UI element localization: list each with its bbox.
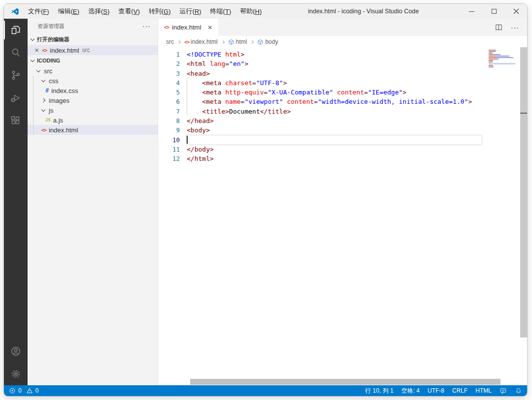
code-text: </body>: [187, 145, 482, 154]
code-token: html: [225, 51, 240, 58]
open-editor-filename: index.html: [50, 47, 79, 54]
code-line[interactable]: 2 <html lang="en">: [158, 59, 527, 68]
language-mode[interactable]: HTML: [475, 387, 492, 394]
notifications-bell-icon[interactable]: [515, 387, 522, 395]
code-line[interactable]: 5 <meta http-equiv="X-UA-Compatible" con…: [158, 88, 527, 97]
split-editor-icon[interactable]: [495, 23, 503, 31]
menu-item-file[interactable]: 文件(F): [24, 4, 54, 19]
code-editor[interactable]: 1 <!DOCTYPE html> 2 <html lang="en"> 3 <…: [158, 48, 527, 385]
vertical-scrollbar[interactable]: [520, 47, 527, 338]
tree-item-js[interactable]: js: [28, 105, 158, 115]
feedback-icon[interactable]: [499, 387, 507, 395]
sidebar-title: 资源管理器: [37, 23, 65, 30]
open-editors-section-header[interactable]: 打开的编辑器: [28, 33, 158, 45]
minimap[interactable]: [489, 50, 515, 68]
cursor-position[interactable]: 行 10, 列 1: [365, 387, 393, 395]
menu-item-edit[interactable]: 编辑(E): [54, 4, 84, 19]
run-and-debug-icon[interactable]: [4, 87, 28, 109]
explorer-icon[interactable]: [4, 19, 28, 41]
tab-close-icon[interactable]: ✕: [207, 24, 212, 31]
sidebar-more-actions-button[interactable]: ···: [142, 22, 151, 30]
code-token: =: [314, 98, 318, 105]
tree-item-index-html[interactable]: <> index.html: [28, 125, 158, 135]
chevron-right-icon: [221, 40, 225, 43]
code-token: <title>: [202, 108, 229, 115]
source-control-icon[interactable]: [4, 64, 28, 87]
file-label: a.js: [53, 117, 63, 124]
tree-item-images[interactable]: images: [28, 95, 158, 105]
menu-item-selection[interactable]: 选择(S): [84, 4, 114, 19]
extensions-icon[interactable]: [4, 109, 28, 132]
close-button[interactable]: [505, 4, 527, 19]
code-token: =: [364, 89, 368, 96]
breadcrumb-item-html[interactable]: html: [228, 38, 247, 45]
menu-item-view[interactable]: 查看(V): [114, 4, 144, 19]
status-bar-right: 行 10, 列 1 空格: 4 UTF-8 CRLF HTML: [365, 387, 522, 395]
code-token: "IE=edge": [368, 89, 402, 96]
tab-index-html[interactable]: <> index.html ✕: [158, 19, 218, 36]
settings-gear-icon[interactable]: [4, 363, 28, 385]
chevron-down-icon: [41, 78, 45, 82]
problems-status[interactable]: 0 0: [9, 387, 38, 394]
breadcrumb-item-src[interactable]: src: [166, 38, 174, 45]
code-token: [187, 89, 202, 96]
more-actions-button[interactable]: ···: [511, 24, 519, 31]
code-line[interactable]: 12 </html>: [158, 154, 527, 163]
code-line[interactable]: 8 </head>: [158, 116, 527, 125]
code-line[interactable]: 9 <body>: [158, 125, 527, 135]
horizontal-scrollbar[interactable]: [190, 379, 500, 385]
code-line[interactable]: 4 <meta charset="UTF-8">: [158, 78, 527, 88]
minimap-line: [489, 60, 493, 61]
breadcrumb-item-index-html[interactable]: <> index.html: [184, 38, 218, 45]
root-folder-label: ICODING: [37, 58, 60, 63]
folder-label: images: [49, 97, 69, 104]
menu-item-terminal[interactable]: 终端(T): [206, 4, 236, 19]
encoding[interactable]: UTF-8: [428, 387, 444, 394]
code-text: <!DOCTYPE html>: [187, 50, 482, 59]
search-icon[interactable]: [4, 41, 28, 64]
breadcrumb-item-body[interactable]: body: [257, 38, 278, 45]
chevron-right-icon: [250, 40, 254, 43]
code-line-current[interactable]: 10: [158, 135, 527, 145]
tree-item-index-css[interactable]: # index.css: [28, 86, 158, 95]
code-line[interactable]: 3 <head>: [158, 69, 527, 78]
menu-item-go[interactable]: 转到(G): [144, 4, 175, 19]
code-line[interactable]: 6 <meta name="viewport" content="width=d…: [158, 97, 527, 106]
code-line[interactable]: 1 <!DOCTYPE html>: [158, 50, 527, 59]
chevron-right-icon: [41, 98, 45, 102]
tree-item-css[interactable]: css: [28, 76, 158, 86]
minimize-button[interactable]: [461, 4, 483, 19]
warning-count: 0: [35, 387, 39, 394]
code-token: >: [283, 79, 287, 87]
line-number: 4: [158, 78, 180, 88]
code-text: <meta http-equiv="X-UA-Compatible" conte…: [187, 88, 482, 97]
code-token: >: [244, 60, 248, 67]
code-text: </head>: [187, 116, 482, 125]
code-token: </head>: [187, 117, 214, 124]
file-label: index.css: [51, 87, 78, 94]
menu-item-help[interactable]: 帮助(H): [235, 4, 266, 19]
indentation[interactable]: 空格: 4: [401, 387, 420, 395]
account-icon[interactable]: [4, 340, 28, 363]
folder-label: src: [44, 67, 52, 75]
folder-root-header[interactable]: ICODING: [28, 55, 158, 66]
eol-sequence[interactable]: CRLF: [452, 387, 467, 394]
close-editor-icon[interactable]: ✕: [34, 47, 39, 54]
warning-icon: [26, 387, 33, 394]
code-line[interactable]: 7 <title>Document</title>: [158, 107, 527, 116]
title-bar: 文件(F) 编辑(E) 选择(S) 查看(V) 转到(G) 运行(R) 终端(T…: [4, 4, 527, 19]
code-token: <meta: [202, 89, 221, 96]
code-line[interactable]: 11 </body>: [158, 145, 527, 154]
code-token: <html: [187, 60, 206, 67]
tree-item-a-js[interactable]: JS a.js: [28, 115, 158, 125]
open-editor-detail: src: [82, 47, 90, 54]
maximize-button[interactable]: [483, 4, 505, 19]
menu-item-run[interactable]: 运行(R): [175, 4, 206, 19]
open-editor-item[interactable]: ✕ <> index.html src: [28, 45, 158, 55]
minimap-line: [489, 50, 496, 51]
tree-item-src[interactable]: src: [28, 66, 158, 76]
line-number: 5: [158, 88, 180, 97]
code-token: </html>: [187, 155, 214, 162]
code-token: "viewport": [244, 98, 283, 105]
chevron-down-icon: [31, 37, 34, 41]
